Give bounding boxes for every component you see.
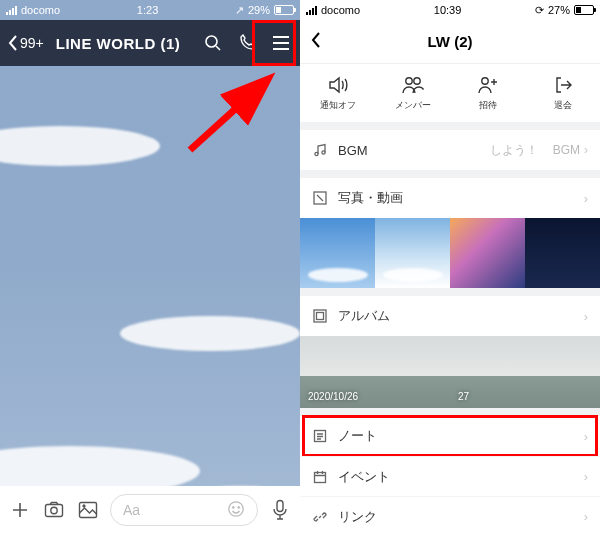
back-button[interactable] (310, 31, 340, 53)
phone-right-settings: docomo 10:39 ⟳ 27% LW (2) 通知オフ メンバー 招待 (300, 0, 600, 534)
battery-pct: 27% (548, 4, 570, 16)
gallery-icon[interactable] (76, 498, 100, 522)
album-thumbnails[interactable]: 2020/10/26 27 (300, 336, 600, 408)
row-label: 写真・動画 (338, 189, 574, 207)
row-photos[interactable]: 写真・動画 › (300, 178, 600, 218)
action-row: 通知オフ メンバー 招待 退会 (300, 64, 600, 130)
camera-icon[interactable] (42, 498, 66, 522)
status-bar-left: docomo 1:23 ↗ 29% (0, 0, 300, 20)
svg-point-2 (51, 507, 57, 513)
settings-title: LW (2) (340, 33, 560, 50)
photo-thumb[interactable] (375, 218, 450, 288)
section-photos: 写真・動画 › (300, 178, 600, 296)
unread-count: 99+ (20, 35, 44, 51)
photo-icon (312, 190, 328, 206)
calendar-icon (312, 469, 328, 485)
svg-rect-16 (317, 313, 324, 320)
photo-thumbnails[interactable] (300, 218, 600, 288)
album-icon (312, 308, 328, 324)
message-input[interactable]: Aa (110, 494, 258, 526)
phone-left-chat: docomo 1:23 ↗ 29% 99+ LINE WORLD (1) (0, 0, 300, 534)
svg-point-5 (229, 501, 243, 515)
row-note[interactable]: ノート › (300, 416, 600, 456)
chat-header: 99+ LINE WORLD (1) (0, 20, 300, 66)
row-label: イベント (338, 468, 574, 486)
svg-rect-18 (315, 472, 326, 482)
clock: 1:23 (60, 4, 235, 16)
carrier-label: docomo (321, 4, 360, 16)
svg-rect-15 (314, 310, 326, 322)
signal-bars-icon (6, 6, 17, 15)
menu-icon[interactable] (270, 32, 292, 54)
mic-icon[interactable] (268, 498, 292, 522)
photo-thumb[interactable] (300, 218, 375, 288)
battery-sync-icon: ⟳ (535, 4, 544, 17)
row-label: リンク (338, 508, 574, 526)
row-event[interactable]: イベント › (300, 456, 600, 496)
location-icon: ↗ (235, 4, 244, 17)
row-label: アルバム (338, 307, 574, 325)
plus-icon[interactable] (8, 498, 32, 522)
svg-point-13 (322, 151, 325, 154)
chat-title: LINE WORLD (1) (56, 35, 190, 52)
row-label: ノート (338, 427, 574, 445)
section-bgm: BGM しよう！ BGM› (300, 130, 600, 178)
section-other: ノート › イベント › リンク › ファイル › (300, 416, 600, 534)
row-bgm[interactable]: BGM しよう！ BGM› (300, 130, 600, 170)
photo-thumb[interactable] (450, 218, 525, 288)
row-label: BGM (338, 143, 480, 158)
svg-point-7 (238, 506, 240, 508)
message-input-bar: Aa (0, 486, 300, 534)
album-thumb[interactable]: 27 (450, 336, 600, 408)
svg-point-9 (405, 77, 411, 83)
battery-icon (274, 5, 294, 15)
photo-thumb[interactable] (525, 218, 600, 288)
svg-point-10 (413, 77, 419, 83)
chat-background (0, 66, 300, 486)
battery-icon (574, 5, 594, 15)
battery-pct: 29% (248, 4, 270, 16)
svg-point-11 (481, 77, 487, 83)
note-icon (312, 428, 328, 444)
music-icon (312, 142, 328, 158)
message-placeholder: Aa (123, 502, 140, 518)
row-album[interactable]: アルバム › (300, 296, 600, 336)
clock: 10:39 (360, 4, 535, 16)
svg-point-12 (315, 152, 318, 155)
status-bar-right: docomo 10:39 ⟳ 27% (300, 0, 600, 20)
action-invite[interactable]: 招待 (450, 64, 525, 122)
svg-point-6 (232, 506, 234, 508)
carrier-label: docomo (21, 4, 60, 16)
action-members[interactable]: メンバー (375, 64, 450, 122)
svg-rect-8 (277, 501, 283, 512)
emoji-icon[interactable] (227, 500, 245, 521)
section-album: アルバム › 2020/10/26 27 (300, 296, 600, 416)
settings-header: LW (2) (300, 20, 600, 64)
album-thumb[interactable]: 2020/10/26 (300, 336, 450, 408)
call-icon[interactable] (236, 32, 258, 54)
search-icon[interactable] (202, 32, 224, 54)
svg-point-4 (83, 505, 85, 507)
action-leave[interactable]: 退会 (525, 64, 600, 122)
row-link[interactable]: リンク › (300, 496, 600, 534)
svg-rect-1 (46, 505, 63, 517)
svg-point-0 (206, 36, 217, 47)
action-mute[interactable]: 通知オフ (300, 64, 375, 122)
back-button[interactable]: 99+ (8, 35, 44, 51)
link-icon (312, 509, 328, 525)
signal-bars-icon (306, 6, 317, 15)
